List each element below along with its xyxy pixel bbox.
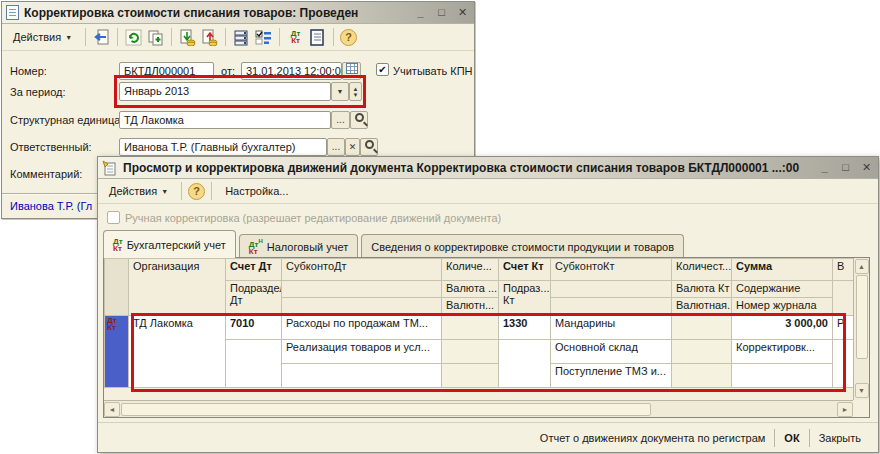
tab-accounting[interactable]: Дт Кт Бухгалтерский учет xyxy=(103,230,236,258)
unpost-document-icon[interactable] xyxy=(200,28,219,47)
back-window-toolbar: Действия ▼ Дт Кт xyxy=(2,24,474,51)
close-button[interactable]: Закрыть xyxy=(810,429,870,447)
cell-extra[interactable]: Р xyxy=(833,316,854,340)
col-header-qty-kt[interactable]: Количест... xyxy=(672,259,732,281)
col-header-extra[interactable]: В xyxy=(833,259,854,281)
chevron-down-icon: ▼ xyxy=(161,188,168,195)
number-label: Номер: xyxy=(10,65,47,77)
tab-cost-adjustment-info[interactable]: Сведения о корректировке стоимости проду… xyxy=(361,234,684,258)
minimize-icon[interactable]: _ xyxy=(413,5,428,20)
tab-strip: Дт Кт Бухгалтерский учет ДтН Кт Налоговы… xyxy=(103,230,873,258)
col-header-curamt-kt[interactable]: Валютная... xyxy=(672,298,732,316)
unit-search-button[interactable] xyxy=(350,111,368,129)
dtkt-icon: Дт Кт xyxy=(113,238,123,252)
cell-subconto-kt-3[interactable]: Поступление ТМЗ и... xyxy=(551,364,672,388)
horizontal-scroll-thumb[interactable] xyxy=(121,403,651,416)
col-header-journal[interactable]: Номер журнала xyxy=(732,298,833,316)
cell-subconto-kt-2[interactable]: Основной склад xyxy=(551,340,672,364)
cell-sum[interactable]: 3 000,00 xyxy=(732,316,833,340)
col-header-cur-kt[interactable]: Валюта Кт xyxy=(672,281,732,298)
document-icon xyxy=(6,5,19,20)
help-icon[interactable]: ? xyxy=(188,183,205,200)
responsible-label: Ответственный: xyxy=(10,141,92,153)
movements-icon xyxy=(102,160,118,176)
vertical-scrollbar[interactable]: ▲ ▼ xyxy=(853,258,869,400)
journal-icon[interactable] xyxy=(308,28,327,47)
col-header-debit-sub[interactable]: Подраздел... Дт xyxy=(226,281,282,316)
col-header-org[interactable]: Организация xyxy=(129,259,226,316)
help-icon[interactable]: ? xyxy=(340,29,357,46)
unit-select-button[interactable]: ... xyxy=(331,111,350,129)
tab-tax[interactable]: ДтН Кт Налоговый учет xyxy=(239,234,359,258)
period-dropdown-button[interactable]: ▼ xyxy=(331,82,349,101)
calendar-icon xyxy=(346,63,358,74)
responsible-search-button[interactable] xyxy=(360,138,378,156)
ok-button[interactable]: ОК xyxy=(775,429,808,447)
unit-label: Структурная единица: xyxy=(10,114,123,126)
scroll-right-icon[interactable]: ► xyxy=(837,402,853,417)
copy-add-icon[interactable] xyxy=(146,28,165,47)
navigate-icon[interactable] xyxy=(92,28,111,47)
close-icon[interactable]: ✕ xyxy=(455,5,470,20)
spin-down-icon: ▼ xyxy=(350,92,361,98)
date-input[interactable]: 31.01.2013 12:00:00 xyxy=(241,62,342,80)
actions-button[interactable]: Действия ▼ xyxy=(6,28,79,46)
chevron-down-icon: ▼ xyxy=(65,34,72,41)
number-input[interactable]: БКТДЛ000001 xyxy=(119,62,214,80)
close-icon[interactable]: ✕ xyxy=(859,160,874,175)
col-header-credit-sub[interactable]: Подраз... Кт xyxy=(499,281,551,316)
front-window-toolbar: Действия ▼ ? Настройка... xyxy=(98,179,878,204)
responsible-select-button[interactable]: ... xyxy=(327,138,345,156)
period-label: За период: xyxy=(10,86,66,98)
footer-responsible-link[interactable]: Иванова Т.Р. (Гл xyxy=(10,200,92,212)
scroll-down-icon[interactable]: ▼ xyxy=(855,383,869,398)
front-window-titlebar[interactable]: Просмотр и корректировка движений докуме… xyxy=(98,157,878,179)
maximize-icon[interactable]: □ xyxy=(434,5,449,20)
responsible-clear-button[interactable]: ✕ xyxy=(345,138,360,156)
actions-button[interactable]: Действия ▼ xyxy=(102,182,175,200)
postings-table[interactable]: Организация Счет Дт СубконтоДт Количе...… xyxy=(103,257,870,418)
period-input[interactable]: Январь 2013 xyxy=(119,82,331,101)
cell-subconto-kt-1[interactable]: Мандарины xyxy=(551,316,672,340)
movements-settings-icon[interactable] xyxy=(254,28,273,47)
settings-button[interactable]: Настройка... xyxy=(218,182,295,200)
movements-window[interactable]: Просмотр и корректировка движений докуме… xyxy=(97,156,879,453)
vertical-scroll-thumb[interactable] xyxy=(856,275,868,359)
cell-org[interactable]: ТД Лакомка xyxy=(129,316,226,388)
col-header-subconto-dt[interactable]: СубконтоДт xyxy=(282,259,442,281)
table-row[interactable]: ДтКт ТД Лакомка 7010 Расходы по продажам… xyxy=(105,316,854,340)
kpn-checkbox[interactable]: ✔ xyxy=(376,63,389,76)
responsible-input[interactable]: Иванова Т.Р. (Главный бухгалтер) xyxy=(119,138,327,156)
maximize-icon[interactable]: □ xyxy=(838,160,853,175)
scroll-up-icon[interactable]: ▲ xyxy=(855,259,869,274)
col-header-curamt-dt[interactable]: Валютн... xyxy=(442,298,499,316)
back-window-titlebar[interactable]: Корректировка стоимости списания товаров… xyxy=(2,2,474,24)
col-header-sum[interactable]: Сумма xyxy=(732,259,833,281)
cell-subconto-dt-3[interactable] xyxy=(282,364,442,388)
horizontal-scrollbar[interactable]: ◄ ► xyxy=(104,400,853,417)
cell-subconto-dt-2[interactable]: Реализация товаров и усл... xyxy=(282,340,442,364)
manual-adjust-label: Ручная корректировка (разрешает редактир… xyxy=(125,212,501,224)
col-header-subconto-kt[interactable]: СубконтоКт xyxy=(551,259,672,281)
col-header-cur-dt[interactable]: Валюта ... xyxy=(442,281,499,298)
cell-credit-account[interactable]: 1330 xyxy=(499,316,551,340)
col-header-qty-dt[interactable]: Количе... xyxy=(442,259,499,281)
unit-input[interactable]: ТД Лакомка xyxy=(119,111,331,129)
row-marker-dtkt-icon[interactable]: ДтКт xyxy=(105,316,129,388)
minimize-icon[interactable]: _ xyxy=(817,160,832,175)
movements-list-icon[interactable] xyxy=(232,28,251,47)
cell-subconto-dt-1[interactable]: Расходы по продажам ТМ... xyxy=(282,316,442,340)
manual-adjust-checkbox[interactable] xyxy=(107,211,120,224)
refresh-icon[interactable] xyxy=(124,28,143,47)
col-header-content[interactable]: Содержание xyxy=(732,281,833,298)
scroll-left-icon[interactable]: ◄ xyxy=(104,402,120,417)
calendar-button[interactable] xyxy=(342,62,361,80)
post-document-icon[interactable] xyxy=(178,28,197,47)
cell-debit-account[interactable]: 7010 xyxy=(226,316,282,340)
period-spinner[interactable]: ▲ ▼ xyxy=(349,82,362,101)
cell-content[interactable]: Корректировк... xyxy=(732,340,833,364)
dtkt-postings-icon[interactable]: Дт Кт xyxy=(286,28,305,47)
col-header-credit[interactable]: Счет Кт xyxy=(499,259,551,281)
col-header-debit[interactable]: Счет Дт xyxy=(226,259,282,281)
report-movements-button[interactable]: Отчет о движениях документа по регистрам xyxy=(531,429,775,447)
